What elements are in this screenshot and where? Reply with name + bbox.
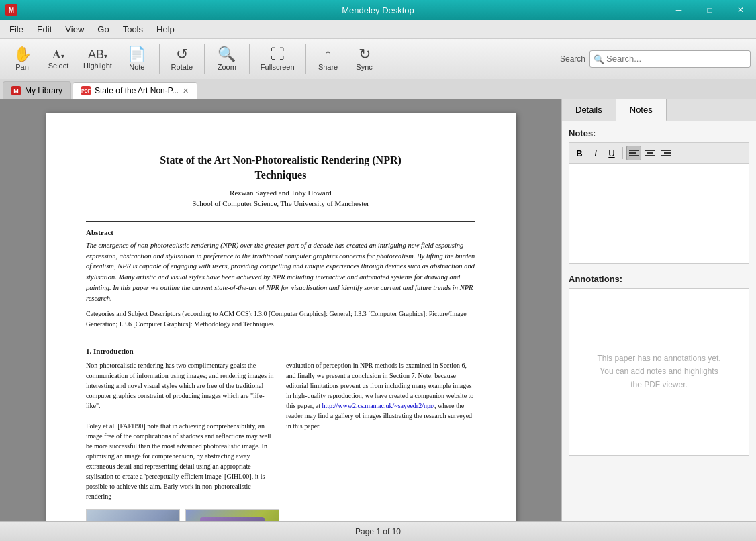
format-align-center-button[interactable] [643,146,657,160]
title-bar: M Mendeley Desktop ─ □ ✕ [0,0,756,20]
minimize-button[interactable]: ─ [663,0,694,20]
tab-document[interactable]: PDF State of the Art Non-P... ✕ [73,82,197,99]
notes-editor[interactable] [569,163,749,264]
close-button[interactable]: ✕ [725,0,756,20]
svg-rect-4 [647,152,653,154]
tab-library-label: My Library [25,86,62,95]
tab-document-label: State of the Art Non-P... [95,86,179,95]
menu-tools[interactable]: Tools [116,21,150,37]
note-icon: 📄 [128,47,146,62]
fullscreen-icon: ⛶ [270,47,285,62]
annotations-label: Annotations: [569,274,749,284]
fullscreen-label: Fullscreen [261,63,295,71]
format-separator-1 [622,147,623,159]
format-underline-button[interactable]: U [604,146,619,160]
note-button[interactable]: 📄 Note [120,44,154,74]
sync-icon: ↻ [359,47,371,62]
tab-close-button[interactable]: ✕ [183,87,189,95]
annotations-placeholder: This paper has no annotations yet. You c… [597,352,720,391]
zoom-label: Zoom [218,63,236,71]
sync-button[interactable]: ↻ Sync [348,44,381,74]
highlight-label: Highlight [83,62,112,70]
format-align-left-button[interactable] [626,146,641,160]
pdf-divider-2 [86,340,475,340]
svg-rect-0 [629,150,639,151]
menu-help[interactable]: Help [150,21,181,37]
svg-rect-7 [664,152,671,154]
svg-rect-2 [629,155,639,156]
sync-label: Sync [356,63,372,71]
panel-tab-details[interactable]: Details [562,99,616,121]
menu-edit[interactable]: Edit [30,21,58,37]
menu-go[interactable]: Go [91,21,115,37]
app-title: Mendeley Desktop [342,5,414,15]
pdf-image-2 [185,509,279,521]
main-area: State of the Art Non-Photorealistic Rend… [0,99,756,521]
pdf-abstract-title: Abstract [86,228,475,236]
no-annotations-line2: You can add notes and highlights [600,366,718,376]
pan-label: Pan [15,63,29,71]
search-icon: 🔍 [594,54,604,64]
highlight-icon: AB▾ [88,48,107,60]
menu-view[interactable]: View [58,21,91,37]
pdf-intro-title: 1. Introduction [86,347,475,355]
pdf-affiliation: School of Computer Science, The Universi… [86,199,475,207]
pdf-intro-col2: evaluation of perception in NPR methods … [286,360,475,501]
pdf-authors: Rezwan Sayeed and Toby Howard [86,189,475,197]
pdf-intro-col1: Non-photorealistic rendering has two com… [86,360,275,501]
pdf-title: State of the Art Non-Photorealistic Rend… [86,153,475,183]
align-center-icon [645,149,655,157]
toolbar-separator-4 [305,44,306,74]
statusbar: Page 1 of 10 [0,521,756,541]
select-label: Select [48,62,69,70]
menubar: File Edit View Go Tools Help [0,20,756,39]
select-button[interactable]: 𝐀▾ Select [42,46,75,72]
share-label: Share [318,63,338,71]
align-left-icon [629,149,639,157]
pdf-images-row [86,509,475,521]
share-icon: ↑ [324,47,332,62]
toolbar-separator-2 [204,44,205,74]
notes-section: Notes: B I U [562,121,756,521]
select-icon: 𝐀▾ [52,48,64,60]
pan-button[interactable]: ✋ Pan [5,44,39,74]
format-bold-button[interactable]: B [572,146,587,160]
library-tab-icon: M [11,86,21,95]
rotate-button[interactable]: ↺ Rotate [165,44,199,74]
menu-file[interactable]: File [3,21,30,37]
pan-icon: ✋ [13,47,32,62]
page-info: Page 1 of 10 [355,527,401,536]
svg-rect-8 [661,155,671,156]
rotate-icon: ↺ [176,47,188,62]
format-align-right-button[interactable] [659,146,673,160]
highlight-button[interactable]: AB▾ Highlight [78,46,117,72]
tab-my-library[interactable]: M My Library [3,81,71,99]
svg-rect-3 [645,150,655,151]
pdf-website-link[interactable]: http://www2.cs.man.ac.uk/~sayeedr2/npr/ [322,402,434,409]
pdf-image-1 [86,509,180,521]
pdf-two-col-intro: Non-photorealistic rendering has two com… [86,360,475,501]
pdf-scroll-area: State of the Art Non-Photorealistic Rend… [0,99,561,521]
search-area: Search 🔍 [560,50,751,68]
zoom-button[interactable]: 🔍 Zoom [210,44,244,74]
panel-tab-notes[interactable]: Notes [616,99,667,121]
fullscreen-button[interactable]: ⛶ Fullscreen [255,44,300,74]
pdf-abstract-text: The emergence of non-photorealistic rend… [86,240,475,304]
pdf-content-area[interactable]: State of the Art Non-Photorealistic Rend… [0,99,561,521]
doc-tab-icon: PDF [81,86,91,95]
maximize-button[interactable]: □ [694,0,725,20]
rotate-label: Rotate [171,63,193,71]
pdf-categories: Categories and Subject Descriptors (acco… [86,309,475,329]
share-button[interactable]: ↑ Share [312,44,345,74]
no-annotations-line3: the PDF viewer. [630,380,688,389]
toolbar-separator-1 [159,44,160,74]
annotations-box: This paper has no annotations yet. You c… [569,288,749,456]
notes-label: Notes: [569,128,749,138]
note-label: Note [129,63,144,71]
align-right-icon [661,149,671,157]
toolbar-separator-3 [249,44,250,74]
svg-rect-5 [645,155,655,156]
format-italic-button[interactable]: I [588,146,603,160]
search-input[interactable] [589,50,751,68]
toolbar: ✋ Pan 𝐀▾ Select AB▾ Highlight 📄 Note ↺ R… [0,39,756,79]
